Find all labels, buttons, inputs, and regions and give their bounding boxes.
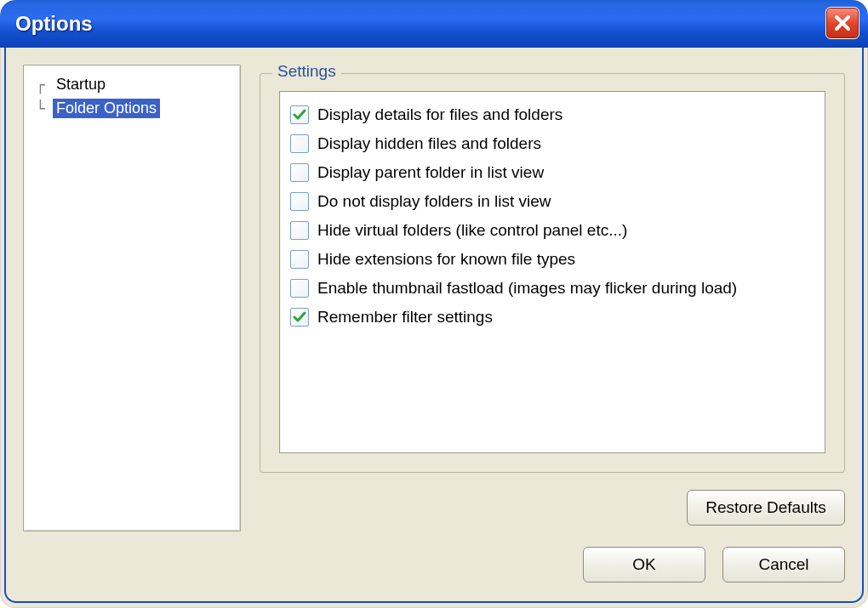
main-panel: Settings Display details for files and f… [260, 65, 845, 531]
settings-groupbox: Settings Display details for files and f… [260, 73, 845, 473]
option-hide-folders-list[interactable]: Do not display folders in list view [290, 187, 814, 216]
settings-list[interactable]: Display details for files and folders Di… [279, 91, 825, 453]
option-label: Display parent folder in list view [317, 163, 544, 182]
dialog-button-row: OK Cancel [23, 531, 845, 582]
groupbox-title: Settings [272, 62, 341, 81]
option-label: Display details for files and folders [317, 105, 562, 124]
option-hide-virtual-folders[interactable]: Hide virtual folders (like control panel… [290, 216, 814, 245]
option-thumbnail-fastload[interactable]: Enable thumbnail fastload (images may fl… [290, 274, 814, 303]
checkbox-icon[interactable] [290, 192, 309, 211]
cancel-button[interactable]: Cancel [722, 547, 845, 582]
category-tree[interactable]: ┌ Startup └ Folder Options [23, 65, 241, 531]
dialog-body: ┌ Startup └ Folder Options Settings [4, 48, 864, 603]
close-icon [833, 14, 852, 32]
option-hide-extensions[interactable]: Hide extensions for known file types [290, 245, 814, 274]
tree-item-folder-options[interactable]: └ Folder Options [29, 96, 235, 120]
option-display-hidden[interactable]: Display hidden files and folders [290, 129, 814, 158]
restore-row: Restore Defaults [260, 485, 845, 526]
window-title: Options [15, 12, 93, 36]
option-remember-filter[interactable]: Remember filter settings [290, 303, 814, 332]
option-label: Do not display folders in list view [317, 192, 551, 211]
option-label: Enable thumbnail fastload (images may fl… [317, 279, 737, 298]
checkbox-icon[interactable] [290, 250, 309, 269]
close-button[interactable] [825, 7, 859, 39]
option-label: Hide extensions for known file types [317, 250, 575, 269]
checkbox-icon[interactable] [290, 105, 309, 124]
checkbox-icon[interactable] [290, 279, 309, 298]
ok-button[interactable]: OK [583, 547, 705, 582]
options-dialog: Options ┌ Startup └ Folder Options [0, 0, 868, 608]
content-area: ┌ Startup └ Folder Options Settings [23, 65, 845, 531]
checkbox-icon[interactable] [290, 134, 309, 153]
option-label: Hide virtual folders (like control panel… [317, 221, 627, 240]
option-label: Remember filter settings [317, 308, 493, 327]
option-display-details[interactable]: Display details for files and folders [290, 100, 814, 129]
checkbox-icon[interactable] [290, 308, 309, 327]
tree-branch-icon: ┌ [36, 76, 53, 94]
titlebar: Options [0, 0, 868, 48]
option-label: Display hidden files and folders [317, 134, 541, 153]
tree-label: Folder Options [53, 99, 160, 118]
tree-item-startup[interactable]: ┌ Startup [29, 72, 235, 96]
checkbox-icon[interactable] [290, 163, 309, 182]
checkbox-icon[interactable] [290, 221, 309, 240]
restore-defaults-button[interactable]: Restore Defaults [687, 490, 845, 526]
tree-label: Startup [53, 75, 109, 94]
option-display-parent[interactable]: Display parent folder in list view [290, 158, 814, 187]
tree-branch-icon: └ [36, 99, 53, 117]
